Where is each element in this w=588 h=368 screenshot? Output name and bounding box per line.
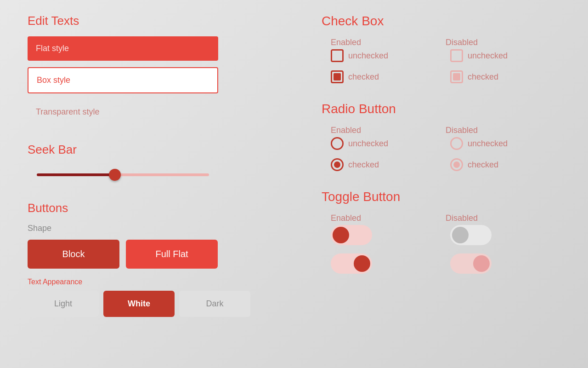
- text-appearance-section: Text Appearance Light White Dark: [28, 278, 294, 317]
- toggle-enabled-header: Enabled: [331, 213, 446, 223]
- checkbox-disabled-col: unchecked checked: [450, 49, 560, 83]
- radio-disabled-header: Disabled: [446, 126, 560, 135]
- checkbox-header-row: Enabled Disabled: [322, 38, 560, 47]
- radio-disabled-unchecked-icon: [450, 137, 463, 150]
- checkbox-title: Check Box: [322, 14, 560, 29]
- radio-disabled-col: unchecked checked: [450, 137, 560, 171]
- light-button[interactable]: Light: [28, 291, 99, 317]
- radio-enabled-checked-item: checked: [331, 158, 441, 171]
- checkbox-section: Check Box Enabled Disabled unchecked che…: [322, 14, 560, 83]
- seek-bar-section: Seek Bar: [28, 143, 294, 183]
- buttons-title: Buttons: [28, 201, 294, 215]
- white-button[interactable]: White: [103, 291, 175, 317]
- checkbox-disabled-checked-label: checked: [468, 72, 498, 82]
- slider-container: [28, 165, 218, 183]
- radio-header-row: Enabled Disabled: [322, 126, 560, 135]
- radio-disabled-checked-icon: [450, 158, 463, 171]
- edit-texts-section: Edit Texts: [28, 14, 294, 124]
- checkbox-disabled-unchecked-icon: [450, 49, 463, 62]
- checkbox-enabled-col: unchecked checked: [331, 49, 441, 83]
- shape-buttons-row: Block Full Flat: [28, 240, 294, 269]
- transparent-style-input[interactable]: [28, 100, 218, 124]
- radio-grid: unchecked checked unchecked checked: [322, 137, 560, 171]
- radio-enabled-unchecked-icon[interactable]: [331, 137, 344, 150]
- checkbox-grid: unchecked checked unchecked chec: [322, 49, 560, 83]
- box-style-input[interactable]: [28, 67, 218, 93]
- toggle-grid: [322, 225, 560, 274]
- dark-button[interactable]: Dark: [179, 291, 250, 317]
- toggle-enabled-on[interactable]: [331, 253, 372, 274]
- radio-checked-label: checked: [348, 160, 379, 170]
- radio-disabled-unchecked-item: unchecked: [450, 137, 560, 150]
- toggle-disabled-header: Disabled: [446, 213, 560, 223]
- checkbox-disabled-header: Disabled: [446, 38, 560, 47]
- radio-enabled-unchecked-item: unchecked: [331, 137, 441, 150]
- block-button[interactable]: Block: [28, 240, 119, 269]
- checkbox-enabled-checked-item: checked: [331, 70, 441, 83]
- checkbox-disabled-checked-icon: [450, 70, 463, 83]
- radio-disabled-unchecked-label: unchecked: [468, 139, 508, 149]
- radio-title: Radio Button: [322, 102, 560, 116]
- checkbox-unchecked-label: unchecked: [348, 51, 388, 61]
- checkbox-disabled-unchecked-label: unchecked: [468, 51, 508, 61]
- checkbox-enabled-unchecked-item: unchecked: [331, 49, 441, 62]
- toggle-section: Toggle Button Enabled Disabled: [322, 190, 560, 274]
- checkbox-disabled-checked-item: checked: [450, 70, 560, 83]
- toggle-disabled-on: [450, 253, 492, 274]
- radio-unchecked-label: unchecked: [348, 139, 388, 149]
- radio-section: Radio Button Enabled Disabled unchecked …: [322, 102, 560, 171]
- radio-enabled-col: unchecked checked: [331, 137, 441, 171]
- checkbox-enabled-unchecked-icon[interactable]: [331, 49, 344, 62]
- radio-enabled-checked-icon[interactable]: [331, 158, 344, 171]
- toggle-disabled-off: [450, 225, 492, 245]
- radio-enabled-header: Enabled: [331, 126, 446, 135]
- full-flat-button[interactable]: Full Flat: [126, 240, 218, 269]
- toggle-header-row: Enabled Disabled: [322, 213, 560, 223]
- seek-bar-title: Seek Bar: [28, 143, 294, 157]
- toggle-title: Toggle Button: [322, 190, 560, 204]
- flat-style-input[interactable]: [28, 36, 218, 61]
- radio-disabled-checked-item: checked: [450, 158, 560, 171]
- checkbox-enabled-header: Enabled: [331, 38, 446, 47]
- toggle-enabled-col: [331, 225, 441, 274]
- checkbox-checked-label: checked: [348, 72, 379, 82]
- radio-disabled-checked-label: checked: [468, 160, 498, 170]
- text-appearance-label: Text Appearance: [28, 278, 294, 286]
- checkbox-disabled-unchecked-item: unchecked: [450, 49, 560, 62]
- edit-texts-title: Edit Texts: [28, 14, 294, 28]
- seek-bar-slider[interactable]: [37, 173, 209, 176]
- text-appearance-row: Light White Dark: [28, 291, 294, 317]
- buttons-section: Buttons Shape Block Full Flat Text Appea…: [28, 201, 294, 317]
- checkbox-enabled-checked-icon[interactable]: [331, 70, 344, 83]
- toggle-enabled-off[interactable]: [331, 225, 372, 245]
- toggle-disabled-col: [450, 225, 560, 274]
- shape-label: Shape: [28, 224, 294, 233]
